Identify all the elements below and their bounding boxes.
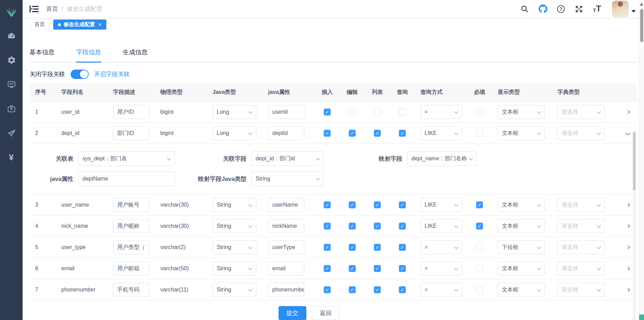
expand-row-icon[interactable] [625, 131, 630, 135]
dict-type-select[interactable]: 请选择 [557, 283, 605, 297]
table-scrollbar-thumb[interactable] [633, 132, 636, 190]
tab-generate-info[interactable]: 生成信息 [123, 48, 148, 62]
required-checkbox[interactable] [476, 223, 483, 230]
insert-checkbox[interactable] [324, 244, 331, 251]
required-checkbox[interactable] [476, 265, 483, 272]
page-scrollbar[interactable] [639, 0, 644, 320]
assoc-table-select[interactable]: sys_dept：部门表 [78, 151, 175, 166]
map-java-type-select[interactable]: String [251, 171, 324, 186]
query-type-select[interactable]: = [420, 240, 462, 254]
settings-icon[interactable] [6, 56, 17, 65]
collapse-menu-icon[interactable] [30, 5, 39, 13]
column-desc-input[interactable]: 用户邮箱 [113, 262, 149, 275]
html-type-select[interactable]: 文本框 [498, 262, 545, 275]
send-icon[interactable] [6, 129, 17, 138]
user-avatar[interactable] [612, 1, 629, 17]
dict-type-select[interactable]: 请选择 [557, 126, 605, 140]
required-checkbox[interactable] [476, 201, 483, 208]
edit-checkbox[interactable] [349, 201, 356, 208]
expand-row-icon[interactable] [625, 288, 630, 291]
query-type-select[interactable]: LIKE [420, 198, 462, 212]
user-menu[interactable] [612, 1, 636, 17]
java-type-select[interactable]: Long [212, 105, 256, 119]
query-checkbox[interactable] [399, 244, 406, 251]
query-type-select[interactable]: = [420, 105, 462, 119]
scroll-up-arrow[interactable] [640, 3, 643, 6]
java-field-input[interactable]: email [268, 262, 304, 275]
query-type-select[interactable]: = [420, 283, 462, 297]
java-field-input[interactable]: nickName [268, 219, 304, 233]
query-type-select[interactable]: = [420, 262, 462, 275]
edit-checkbox[interactable] [349, 265, 356, 272]
expand-row-icon[interactable] [625, 203, 630, 207]
tab-basic-info[interactable]: 基本信息 [30, 48, 55, 62]
dict-type-select[interactable]: 请选择 [557, 240, 605, 254]
required-checkbox[interactable] [476, 109, 483, 115]
help-icon[interactable] [556, 5, 565, 14]
expand-row-icon[interactable] [625, 246, 630, 249]
html-type-select[interactable]: 下拉框 [498, 240, 545, 254]
java-type-select[interactable]: Long [212, 126, 256, 140]
expand-row-icon[interactable] [625, 224, 630, 228]
briefcase-icon[interactable] [6, 104, 17, 113]
column-desc-input[interactable]: 用户ID [113, 105, 149, 119]
list-checkbox[interactable] [374, 130, 381, 137]
table-scrollbar-track[interactable] [633, 131, 636, 320]
java-attr-input[interactable]: deptName [78, 171, 175, 186]
field-association-switch[interactable] [71, 70, 89, 79]
query-checkbox[interactable] [399, 130, 406, 137]
java-field-input[interactable]: userType [268, 240, 304, 254]
column-desc-input[interactable]: 部门ID [113, 126, 149, 140]
edit-checkbox[interactable] [349, 286, 356, 293]
search-icon[interactable] [520, 5, 529, 14]
java-field-input[interactable]: userId [268, 105, 304, 119]
query-type-select[interactable]: LIKE [420, 219, 462, 233]
java-type-select[interactable]: String [212, 283, 256, 297]
assoc-field-select[interactable]: dept_id：部门id [251, 151, 324, 166]
insert-checkbox[interactable] [324, 201, 331, 208]
query-checkbox[interactable] [399, 201, 406, 208]
submit-button[interactable]: 提交 [279, 306, 306, 320]
fullscreen-icon[interactable] [574, 5, 583, 14]
github-icon[interactable] [538, 5, 547, 14]
column-desc-input[interactable]: 手机号码 [113, 283, 149, 297]
yen-icon[interactable]: ¥ [6, 153, 17, 162]
required-checkbox[interactable] [476, 286, 483, 293]
dashboard-icon[interactable] [6, 31, 17, 40]
column-desc-input[interactable]: 用户账号 [113, 198, 149, 212]
tab-field-info[interactable]: 字段信息 [76, 48, 101, 62]
java-type-select[interactable]: String [212, 198, 256, 212]
tag-current[interactable]: 修改生成配置 × [53, 19, 106, 30]
tag-close-icon[interactable]: × [98, 22, 102, 28]
list-checkbox[interactable] [374, 265, 381, 272]
java-field-input[interactable]: userName [268, 198, 304, 212]
html-type-select[interactable]: 文本框 [498, 126, 545, 140]
insert-checkbox[interactable] [324, 265, 331, 272]
edit-checkbox[interactable] [349, 130, 356, 137]
map-field-select[interactable]: dept_name：部门名称 [407, 151, 477, 166]
list-checkbox[interactable] [374, 109, 381, 115]
query-checkbox[interactable] [399, 109, 406, 115]
java-type-select[interactable]: String [212, 262, 256, 275]
breadcrumb-home[interactable]: 首页 [46, 5, 58, 13]
font-size-icon[interactable] [593, 5, 602, 14]
java-type-select[interactable]: String [212, 219, 256, 233]
required-checkbox[interactable] [476, 130, 483, 137]
dict-type-select[interactable]: 请选择 [557, 262, 605, 275]
html-type-select[interactable]: 文本框 [498, 198, 545, 212]
insert-checkbox[interactable] [324, 286, 331, 293]
list-checkbox[interactable] [374, 286, 381, 293]
required-checkbox[interactable] [476, 244, 483, 251]
edit-checkbox[interactable] [349, 223, 356, 230]
list-checkbox[interactable] [374, 223, 381, 230]
page-scroll-thumb[interactable] [640, 9, 643, 42]
expand-row-icon[interactable] [625, 267, 630, 270]
insert-checkbox[interactable] [324, 223, 331, 230]
monitor-icon[interactable] [6, 80, 17, 89]
dict-type-select[interactable]: 请选择 [557, 105, 605, 119]
edit-checkbox[interactable] [349, 109, 356, 115]
html-type-select[interactable]: 文本框 [498, 105, 545, 119]
insert-checkbox[interactable] [324, 109, 331, 115]
back-button[interactable]: 返回 [312, 306, 340, 320]
dict-type-select[interactable]: 请选择 [557, 198, 605, 212]
